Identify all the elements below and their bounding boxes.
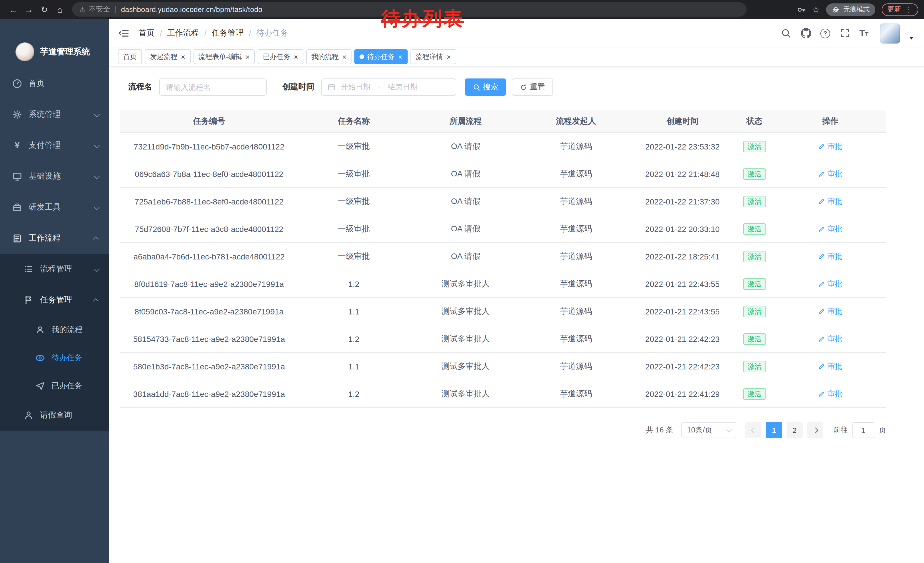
approve-button[interactable]: 审批 — [818, 306, 842, 317]
update-button[interactable]: 更新 ⋮ — [882, 3, 918, 16]
cell-create-time: 2022-01-22 23:53:32 — [630, 142, 735, 151]
tab-process-detail[interactable]: 流程详情× — [411, 49, 456, 64]
cell-initiator: 芋道源码 — [522, 251, 630, 261]
breadcrumb-current: 待办任务 — [256, 28, 288, 38]
sidebar-item-done-tasks[interactable]: 已办任务 — [0, 372, 109, 400]
end-date-placeholder[interactable]: 结束日期 — [388, 82, 418, 92]
sidebar-logo-block[interactable]: 芋道管理系统 — [0, 19, 109, 68]
bookmark-star-icon[interactable]: ☆ — [812, 4, 820, 15]
tab-done-tasks[interactable]: 已办任务× — [258, 49, 303, 64]
tab-home[interactable]: 首页 — [118, 49, 142, 64]
page-button-2[interactable]: 2 — [787, 422, 802, 438]
browser-forward-icon[interactable]: → — [21, 5, 37, 14]
tab-label: 发起流程 — [150, 52, 177, 62]
col-header-process: 所属流程 — [410, 116, 522, 126]
sidebar-item-leave-query[interactable]: 请假查询 — [0, 400, 109, 431]
breadcrumb-task-management[interactable]: 任务管理 — [212, 28, 244, 38]
page-button-1[interactable]: 1 — [766, 422, 782, 438]
approve-button[interactable]: 审批 — [818, 389, 842, 399]
cell-task-name: 一级审批 — [298, 196, 410, 206]
user-avatar[interactable] — [880, 23, 900, 43]
approve-label: 审批 — [828, 389, 842, 399]
reset-button[interactable]: 重置 — [512, 78, 553, 96]
close-icon[interactable]: × — [342, 53, 346, 60]
search-icon[interactable] — [780, 28, 791, 39]
not-secure-label[interactable]: 不安全 — [89, 5, 110, 14]
status-badge: 激活 — [743, 251, 766, 262]
sidebar-item-devtools[interactable]: 研发工具 — [0, 192, 109, 223]
cell-create-time: 2022-01-22 20:33:10 — [630, 224, 735, 233]
menu-fold-icon[interactable] — [118, 27, 129, 39]
close-icon[interactable]: × — [447, 53, 451, 60]
approve-button[interactable]: 审批 — [818, 333, 842, 344]
avatar-dropdown-caret-icon[interactable] — [909, 36, 914, 39]
sidebar-item-infrastructure[interactable]: 基础设施 — [0, 161, 109, 192]
table-row: 069c6a63-7b8a-11ec-8ef0-acde48001122 一级审… — [120, 161, 886, 188]
breadcrumb-separator: / — [204, 29, 207, 38]
cell-task-name: 一级审批 — [298, 251, 410, 261]
app-shell: 芋道管理系统 首页 系统管理 ¥ 支付管理 — [0, 19, 924, 563]
approve-button[interactable]: 审批 — [818, 196, 842, 206]
page-size-select[interactable]: 10条/页 — [681, 422, 736, 438]
process-name-input[interactable] — [159, 78, 267, 96]
cell-action: 审批 — [774, 306, 886, 317]
pencil-icon — [818, 198, 825, 205]
password-key-icon[interactable] — [796, 5, 806, 14]
col-header-task-id: 任务编号 — [120, 116, 298, 126]
font-size-icon[interactable]: T T — [859, 28, 868, 38]
chevron-right-icon — [812, 427, 818, 433]
browser-home-icon[interactable]: ⌂ — [52, 5, 68, 14]
monitor-icon — [12, 171, 22, 182]
sidebar-label: 流程管理 — [40, 264, 94, 274]
next-page-button[interactable] — [807, 422, 823, 438]
col-header-initiator: 流程发起人 — [522, 116, 630, 126]
tab-my-process[interactable]: 我的流程× — [306, 49, 352, 64]
url-text[interactable]: dashboard.yudao.iocoder.cn/bpm/task/todo — [121, 6, 262, 14]
breadcrumb-home[interactable]: 首页 — [138, 28, 154, 38]
browser-reload-icon[interactable]: ↻ — [37, 4, 52, 15]
col-header-task-name: 任务名称 — [298, 116, 410, 126]
tab-todo-tasks[interactable]: 待办任务× — [355, 49, 408, 64]
chevron-down-icon — [94, 266, 100, 272]
pencil-icon — [818, 308, 825, 315]
approve-button[interactable]: 审批 — [818, 251, 842, 261]
cell-create-time: 2022-01-21 22:42:23 — [630, 334, 735, 343]
help-icon[interactable]: ? — [820, 29, 830, 38]
approve-button[interactable]: 审批 — [818, 169, 842, 179]
sidebar-item-workflow[interactable]: 工作流程 — [0, 223, 109, 254]
close-icon[interactable]: × — [181, 53, 185, 60]
approve-button[interactable]: 审批 — [818, 141, 842, 152]
sidebar-item-system[interactable]: 系统管理 — [0, 99, 109, 130]
sidebar-item-home[interactable]: 首页 — [0, 68, 109, 99]
close-icon[interactable]: × — [398, 53, 402, 60]
prev-page-button[interactable] — [746, 422, 761, 438]
search-button[interactable]: 搜索 — [465, 78, 506, 96]
table-header-row: 任务编号 任务名称 所属流程 流程发起人 创建时间 状态 操作 — [120, 110, 886, 133]
sidebar-item-my-process[interactable]: 我的流程 — [0, 315, 109, 344]
date-range-picker[interactable]: 开始日期 - 结束日期 — [321, 78, 456, 96]
github-icon[interactable] — [800, 28, 811, 39]
close-icon[interactable]: × — [245, 53, 250, 60]
cell-initiator: 芋道源码 — [522, 306, 630, 317]
approve-button[interactable]: 审批 — [818, 224, 842, 234]
sidebar-item-todo-tasks[interactable]: 待办任务 — [0, 344, 109, 372]
tab-start-process[interactable]: 发起流程× — [145, 49, 190, 64]
goto-page-input[interactable] — [852, 422, 874, 438]
sidebar-item-payment[interactable]: ¥ 支付管理 — [0, 130, 109, 161]
status-badge: 激活 — [743, 360, 766, 372]
cell-initiator: 芋道源码 — [522, 389, 630, 399]
cell-action: 审批 — [774, 251, 886, 261]
breadcrumb-workflow[interactable]: 工作流程 — [167, 28, 199, 38]
close-icon[interactable]: × — [294, 53, 298, 60]
approve-button[interactable]: 审批 — [818, 361, 842, 371]
start-date-placeholder[interactable]: 开始日期 — [340, 82, 370, 92]
sidebar-item-task-management[interactable]: 任务管理 — [0, 285, 109, 315]
cell-initiator: 芋道源码 — [522, 224, 630, 234]
col-header-actions: 操作 — [774, 116, 886, 126]
browser-menu-icon[interactable]: ⋮ — [905, 5, 912, 14]
sidebar-item-process-management[interactable]: 流程管理 — [0, 254, 109, 285]
approve-button[interactable]: 审批 — [818, 279, 842, 289]
fullscreen-icon[interactable] — [839, 28, 850, 39]
browser-back-icon[interactable]: ← — [6, 5, 21, 14]
tab-process-form-edit[interactable]: 流程表单-编辑× — [193, 49, 255, 64]
